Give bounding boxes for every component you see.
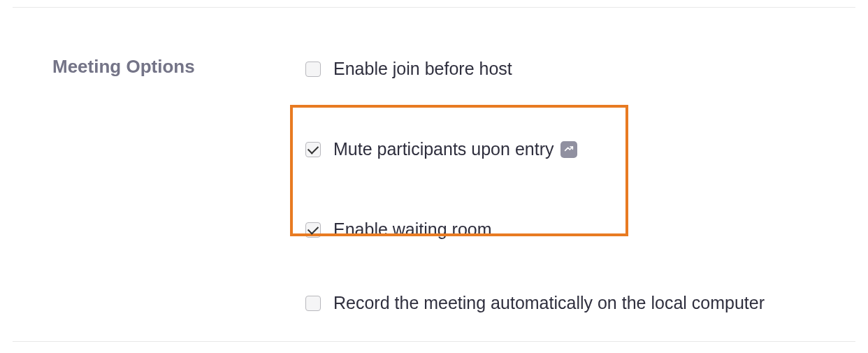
label-record-auto[interactable]: Record the meeting automatically on the … (333, 293, 765, 313)
info-icon[interactable] (560, 141, 577, 158)
options-column: Enable join before host Mute participant… (305, 49, 847, 319)
label-join-before-host[interactable]: Enable join before host (333, 59, 512, 79)
label-waiting-room[interactable]: Enable waiting room (333, 219, 492, 240)
label-mute-on-entry[interactable]: Mute participants upon entry (333, 139, 554, 159)
checkbox-join-before-host[interactable] (305, 62, 321, 77)
option-join-before-host: Enable join before host (305, 53, 847, 85)
checkbox-mute-on-entry[interactable] (305, 142, 321, 157)
section-title: Meeting Options (52, 49, 305, 319)
meeting-options-section: Meeting Options Enable join before host … (52, 49, 847, 319)
checkbox-waiting-room[interactable] (305, 222, 321, 238)
option-mute-on-entry: Mute participants upon entry (305, 134, 847, 165)
section-divider-top (13, 7, 855, 8)
option-record-auto: Record the meeting automatically on the … (305, 287, 847, 319)
checkbox-record-auto[interactable] (305, 296, 321, 311)
option-waiting-room: Enable waiting room (305, 214, 847, 245)
section-divider-bottom (13, 341, 855, 342)
